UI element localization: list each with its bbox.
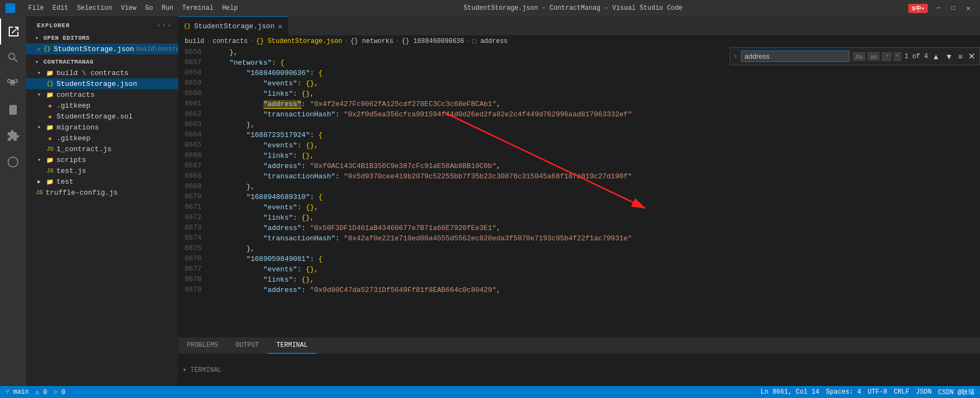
sidebar-item-1contract-js[interactable]: JS 1_contract.js — [26, 144, 178, 154]
line-num-8656: 8656 — [178, 47, 208, 58]
close-editor-icon[interactable]: ✕ — [37, 46, 41, 53]
code-line-8672: 8672 "links": {}, — [178, 213, 980, 223]
sidebar-item-test-js[interactable]: JS test.js — [26, 165, 178, 176]
search-prev-button[interactable]: ▲ — [931, 51, 941, 62]
sidebar-item-gitkeep1[interactable]: ◆ .gitkeep — [26, 100, 178, 111]
sidebar-item-studentstorage-json[interactable]: {} StudentStorage.json — [26, 78, 178, 89]
status-eol[interactable]: CRLF — [894, 388, 909, 396]
code-line-8665: 8665 "events": {}, — [178, 140, 980, 151]
open-editor-item[interactable]: ✕ {} StudentStorage.json build\contracts — [26, 43, 178, 54]
status-bar-left: ⑂ main ⚠ 0 ⚐ 0 — [5, 388, 65, 396]
search-word-button[interactable]: ab — [868, 52, 880, 61]
menu-help[interactable]: Help — [222, 4, 238, 12]
line-content-8662: "transactionHash": "0x2f0d5ea356cfca9915… — [208, 109, 980, 120]
window-controls[interactable]: ─ □ ✕ — [932, 3, 975, 14]
menu-view[interactable]: View — [121, 4, 136, 12]
line-content-8663: }, — [208, 120, 980, 130]
code-line-8674: 8674 "transactionHash": "0x42af0e221e710… — [178, 233, 980, 244]
line-num-8666: 8666 — [178, 151, 208, 161]
activity-explorer[interactable] — [0, 18, 26, 45]
search-regex-button[interactable]: .* — [882, 52, 891, 61]
menu-terminal[interactable]: Terminal — [182, 4, 213, 12]
search-expand-icon[interactable]: › — [733, 53, 737, 60]
tab-studentstorage[interactable]: {} StudentStorage.json ✕ — [178, 16, 288, 35]
search-input[interactable] — [741, 51, 850, 62]
tab-close-button[interactable]: ✕ — [278, 22, 282, 31]
sidebar-item-build-contracts[interactable]: ▾ 📁 build \ contracts — [26, 67, 178, 78]
sidebar-item-truffle-config[interactable]: JS truffle-config.js — [26, 187, 178, 198]
open-editors-section: ▾ Open Editors ✕ {} StudentStorage.json … — [26, 33, 178, 54]
activity-extensions[interactable] — [0, 123, 26, 149]
menu-file[interactable]: File — [28, 4, 44, 12]
search-next-button[interactable]: ▼ — [944, 51, 954, 62]
search-case-button[interactable]: Aa — [853, 52, 865, 61]
sidebar: Explorer ··· ▾ Open Editors ✕ {} Student… — [26, 16, 178, 386]
sidebar-item-scripts[interactable]: ▾ 📁 scripts — [26, 154, 178, 165]
open-editors-header[interactable]: ▾ Open Editors — [26, 33, 178, 43]
studentstorage-json-label: StudentStorage.json — [56, 80, 137, 88]
code-line-8677: 8677 "events": {}, — [178, 264, 980, 275]
sidebar-item-migrations[interactable]: ▾ 📁 migrations — [26, 122, 178, 133]
project-header[interactable]: ▾ ContractManag — [26, 57, 178, 67]
activity-remote[interactable] — [0, 149, 26, 175]
activity-run[interactable] — [0, 97, 26, 123]
search-widget[interactable]: › Aa ab .* * 1 of 4 ▲ ▼ ≡ ✕ — [730, 47, 980, 65]
breadcrumb-networks[interactable]: {} networks — [350, 38, 393, 45]
breadcrumb-contracts[interactable]: contracts — [212, 38, 248, 45]
status-spaces[interactable]: Spaces: 4 — [826, 388, 861, 396]
title-bar-right: S中• ─ □ ✕ — [908, 3, 975, 14]
status-warnings[interactable]: ⚐ 0 — [54, 388, 66, 396]
main-layout: Explorer ··· ▾ Open Editors ✕ {} Student… — [0, 16, 980, 386]
csdn-badge: S中• — [908, 4, 928, 13]
status-position[interactable]: Ln 8661, Col 14 — [761, 388, 819, 396]
panel-tab-problems[interactable]: PROBLEMS — [178, 338, 227, 354]
status-errors[interactable]: ⚠ 0 — [35, 388, 47, 396]
line-content-8671: "events": {}, — [208, 202, 980, 213]
build-contracts-label: build \ contracts — [56, 69, 129, 77]
activity-source-control[interactable] — [0, 71, 26, 97]
tab-icon: {} — [184, 23, 191, 29]
code-line-8667: 8667 "address": "0xf0AC143C4B1B356C9e387… — [178, 161, 980, 171]
line-num-8676: 8676 — [178, 254, 208, 264]
panel-tab-output[interactable]: OUTPUT — [227, 338, 268, 354]
menu-run[interactable]: Run — [162, 4, 174, 12]
panel-tab-terminal[interactable]: TERMINAL — [268, 338, 317, 354]
code-editor[interactable]: 8656 }, 8657 "networks": { 8658 "168 — [178, 47, 980, 337]
line-num-8661: 8661 — [178, 99, 208, 109]
code-line-8659: 8659 "events": {}, — [178, 78, 980, 89]
sidebar-item-studentstorage-sol[interactable]: ◆ StudentStorage.sol — [26, 111, 178, 122]
sidebar-options[interactable]: ··· — [156, 21, 172, 30]
line-content-8665: "events": {}, — [208, 140, 980, 151]
maximize-button[interactable]: □ — [947, 3, 960, 14]
breadcrumb-file[interactable]: {} StudentStorage.json — [256, 38, 342, 45]
line-content-8672: "links": {}, — [208, 213, 980, 223]
search-preserve-case-button[interactable]: * — [894, 52, 901, 61]
menu-go[interactable]: Go — [145, 4, 153, 12]
breadcrumb-build[interactable]: build — [185, 38, 204, 45]
breadcrumb-networkid[interactable]: {} 1688460090636 — [401, 38, 464, 45]
activity-bar — [0, 16, 26, 386]
menu-bar[interactable]: File Edit Selection View Go Run Terminal… — [5, 3, 238, 13]
bottom-panel: PROBLEMS OUTPUT TERMINAL ▾ TERMINAL — [178, 337, 980, 386]
status-branch[interactable]: ⑂ main — [5, 388, 29, 396]
status-language[interactable]: JSON — [916, 388, 932, 396]
status-csdn[interactable]: CSDN @耿瑞 — [938, 388, 975, 397]
close-button[interactable]: ✕ — [962, 3, 975, 14]
line-num-8662: 8662 — [178, 109, 208, 120]
studentstorage-sol-label: StudentStorage.sol — [56, 113, 133, 121]
sidebar-item-contracts[interactable]: ▾ 📁 contracts — [26, 89, 178, 100]
sidebar-item-test[interactable]: ▶ 📁 test — [26, 176, 178, 187]
activity-search[interactable] — [0, 45, 26, 71]
search-menu-button[interactable]: ≡ — [957, 51, 964, 62]
folder-icon: 📁 — [46, 69, 54, 77]
sidebar-item-gitkeep2[interactable]: ◆ .gitkeep — [26, 133, 178, 144]
line-content-8669: }, — [208, 182, 980, 192]
breadcrumb-address[interactable]: ⬚ address — [473, 37, 508, 45]
status-encoding[interactable]: UTF-8 — [868, 388, 887, 396]
line-num-8664: 8664 — [178, 130, 208, 140]
minimize-button[interactable]: ─ — [932, 3, 945, 14]
menu-selection[interactable]: Selection — [77, 4, 112, 12]
menu-edit[interactable]: Edit — [53, 4, 68, 12]
search-close-button[interactable]: ✕ — [967, 50, 976, 63]
migrations-chevron: ▾ — [35, 123, 43, 132]
